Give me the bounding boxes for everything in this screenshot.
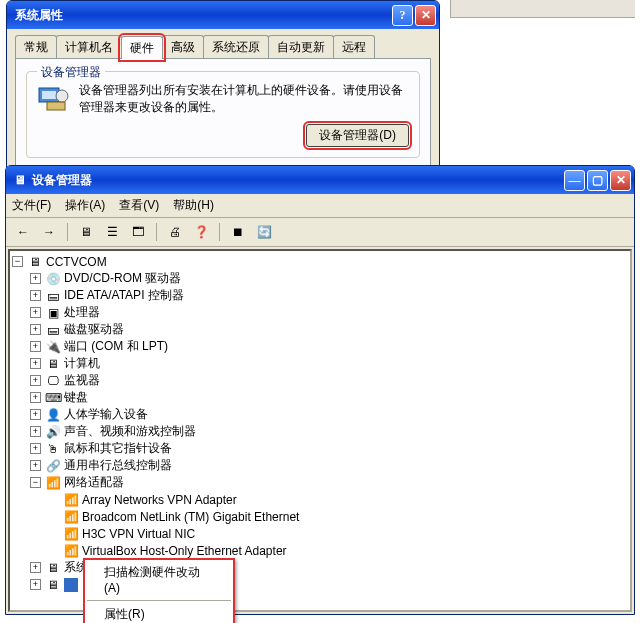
- tree-node[interactable]: 📶Array Networks VPN Adapter: [12, 491, 628, 508]
- tree-node[interactable]: +👤人体学输入设备: [12, 406, 628, 423]
- device-manager-button[interactable]: 设备管理器(D): [306, 124, 409, 147]
- tree-node[interactable]: 📶H3C VPN Virtual NIC: [12, 525, 628, 542]
- tab-系统还原[interactable]: 系统还原: [203, 35, 269, 58]
- tree-node[interactable]: +🖥计算机: [12, 355, 628, 372]
- menu-帮助(H)[interactable]: 帮助(H): [173, 197, 214, 214]
- device-icon: 🖥: [45, 560, 61, 576]
- toolbar-separator: [67, 223, 68, 241]
- expand-icon[interactable]: +: [30, 290, 41, 301]
- device-icon: 🖴: [45, 322, 61, 338]
- tree-node[interactable]: +▣处理器: [12, 304, 628, 321]
- toolbar-props-icon[interactable]: 🗔: [127, 221, 149, 243]
- tree-node[interactable]: +🔗通用串行总线控制器: [12, 457, 628, 474]
- expand-icon[interactable]: +: [30, 562, 41, 573]
- svg-point-3: [56, 90, 68, 102]
- collapse-icon[interactable]: −: [12, 256, 23, 267]
- minimize-button[interactable]: —: [564, 170, 585, 191]
- expand-icon[interactable]: +: [30, 426, 41, 437]
- tree-node[interactable]: +🖱鼠标和其它指针设备: [12, 440, 628, 457]
- device-icon: 🔌: [45, 339, 61, 355]
- toolbar-list-icon[interactable]: ☰: [101, 221, 123, 243]
- tab-高级[interactable]: 高级: [162, 35, 204, 58]
- svg-rect-2: [47, 102, 65, 110]
- ctx-properties[interactable]: 属性(R): [86, 603, 232, 623]
- tree-node[interactable]: −📶网络适配器: [12, 474, 628, 491]
- expand-icon[interactable]: +: [30, 324, 41, 335]
- device-icon: 📶: [63, 526, 79, 542]
- tree-node[interactable]: +🖵监视器: [12, 372, 628, 389]
- device-icon: 🖥: [45, 356, 61, 372]
- sysprop-titlebar[interactable]: 系统属性 ? ✕: [7, 1, 439, 29]
- expand-icon[interactable]: +: [30, 273, 41, 284]
- tree-node[interactable]: +🖴磁盘驱动器: [12, 321, 628, 338]
- tab-硬件[interactable]: 硬件: [121, 36, 163, 59]
- device-manager-icon: [37, 82, 69, 114]
- expand-icon: [48, 528, 59, 539]
- ctx-separator: [87, 600, 231, 601]
- tree-node[interactable]: 📶Broadcom NetLink (TM) Gigabit Ethernet: [12, 508, 628, 525]
- toolbar-stop-icon[interactable]: ⏹: [227, 221, 249, 243]
- expand-icon: [48, 545, 59, 556]
- tree-node-label: 声音、视频和游戏控制器: [64, 423, 196, 440]
- menu-文件(F)[interactable]: 文件(F): [12, 197, 51, 214]
- toolbar-up-icon[interactable]: 🖥: [75, 221, 97, 243]
- expand-icon[interactable]: +: [30, 579, 41, 590]
- tree-node[interactable]: 📶VirtualBox Host-Only Ethernet Adapter: [12, 542, 628, 559]
- device-icon: 💿: [45, 271, 61, 287]
- tree-node[interactable]: +🔊声音、视频和游戏控制器: [12, 423, 628, 440]
- device-icon: 📶: [45, 475, 61, 491]
- tree-node[interactable]: +⌨键盘: [12, 389, 628, 406]
- device-icon: 🔗: [45, 458, 61, 474]
- devmgr-titlebar[interactable]: 🖥 设备管理器 — ▢ ✕: [6, 166, 634, 194]
- expand-icon: [48, 511, 59, 522]
- expand-icon[interactable]: +: [30, 460, 41, 471]
- tree-node[interactable]: +🖴IDE ATA/ATAPI 控制器: [12, 287, 628, 304]
- tab-计算机名[interactable]: 计算机名: [56, 35, 122, 58]
- device-tree: −🖥CCTVCOM+💿DVD/CD-ROM 驱动器+🖴IDE ATA/ATAPI…: [10, 251, 630, 595]
- tree-node[interactable]: +🔌端口 (COM 和 LPT): [12, 338, 628, 355]
- expand-icon[interactable]: +: [30, 307, 41, 318]
- tree-root[interactable]: −🖥CCTVCOM: [12, 253, 628, 270]
- expand-icon[interactable]: +: [30, 358, 41, 369]
- help-button[interactable]: ?: [392, 5, 413, 26]
- close-button[interactable]: ✕: [610, 170, 631, 191]
- tab-远程[interactable]: 远程: [333, 35, 375, 58]
- tree-node-label: IDE ATA/ATAPI 控制器: [64, 287, 184, 304]
- tab-常规[interactable]: 常规: [15, 35, 57, 58]
- expand-icon[interactable]: +: [30, 409, 41, 420]
- groupbox-description: 设备管理器列出所有安装在计算机上的硬件设备。请使用设备管理器来更改设备的属性。: [79, 82, 409, 116]
- maximize-button[interactable]: ▢: [587, 170, 608, 191]
- window-icon: 🖥: [14, 173, 26, 187]
- toolbar-fwd-icon[interactable]: →: [38, 221, 60, 243]
- context-menu: 扫描检测硬件改动(A) 属性(R): [83, 558, 235, 623]
- tree-node-label: 处理器: [64, 304, 100, 321]
- device-icon: 🔊: [45, 424, 61, 440]
- toolbar-help-icon[interactable]: ❓: [190, 221, 212, 243]
- expand-icon[interactable]: +: [30, 341, 41, 352]
- tree-node-label: 计算机: [64, 355, 100, 372]
- close-button[interactable]: ✕: [415, 5, 436, 26]
- expand-icon[interactable]: +: [30, 443, 41, 454]
- tree-node-label: 磁盘驱动器: [64, 321, 124, 338]
- tab-自动更新[interactable]: 自动更新: [268, 35, 334, 58]
- menu-查看(V)[interactable]: 查看(V): [119, 197, 159, 214]
- expand-icon[interactable]: +: [30, 392, 41, 403]
- device-icon: 👤: [45, 407, 61, 423]
- tree-node[interactable]: +💿DVD/CD-ROM 驱动器: [12, 270, 628, 287]
- toolbar-print-icon[interactable]: 🖨: [164, 221, 186, 243]
- collapse-icon[interactable]: −: [30, 477, 41, 488]
- device-icon: 📶: [63, 492, 79, 508]
- tree-node-label: Broadcom NetLink (TM) Gigabit Ethernet: [82, 510, 299, 524]
- expand-icon: [48, 494, 59, 505]
- tree-node-label: Array Networks VPN Adapter: [82, 493, 237, 507]
- computer-icon: 🖥: [27, 254, 43, 270]
- toolbar-refresh-icon[interactable]: 🔄: [253, 221, 275, 243]
- menu-操作(A)[interactable]: 操作(A): [65, 197, 105, 214]
- expand-icon[interactable]: +: [30, 375, 41, 386]
- devmgr-title: 设备管理器: [32, 172, 562, 189]
- ctx-scan-hardware[interactable]: 扫描检测硬件改动(A): [86, 561, 232, 598]
- device-icon: 📶: [63, 543, 79, 559]
- toolbar-back-icon[interactable]: ←: [12, 221, 34, 243]
- device-icon: 🖥: [45, 577, 61, 593]
- device-icon: ⌨: [45, 390, 61, 406]
